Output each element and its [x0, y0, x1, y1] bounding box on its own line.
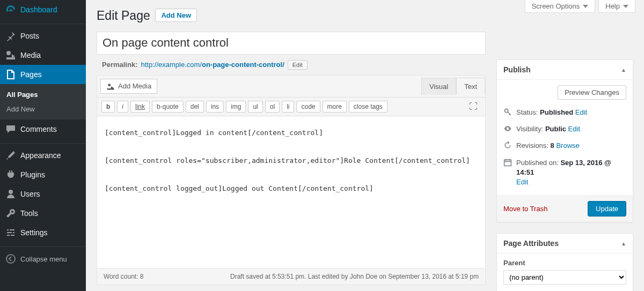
sidebar-item-settings[interactable]: Settings [0, 223, 86, 242]
content-textarea[interactable] [97, 116, 485, 266]
permalink-row: Permalink: http://example.com/on-page-co… [97, 55, 486, 75]
sidebar-label: Posts [20, 32, 39, 40]
sidebar-label: Appearance [20, 151, 61, 160]
sidebar-item-users[interactable]: Users [0, 184, 86, 204]
svg-point-1 [108, 84, 111, 86]
user-icon [5, 189, 16, 199]
tab-text[interactable]: Text [456, 78, 485, 95]
page-icon [5, 69, 16, 80]
calendar-icon [503, 158, 512, 169]
published-row: Published on: Sep 13, 2016 @ 14:51Edit [503, 155, 626, 190]
qt-link[interactable]: link [130, 101, 150, 113]
sidebar-label: Media [20, 51, 41, 59]
sidebar-label: Users [20, 190, 40, 198]
qt-li[interactable]: li [282, 101, 294, 113]
wrench-icon [5, 208, 16, 219]
sidebar-label: Comments [20, 125, 57, 133]
quicktags-toolbar: b i link b-quote del ins img ul ol li co… [97, 98, 485, 116]
submenu-all-pages[interactable]: All Pages [0, 87, 86, 102]
plugin-icon [5, 169, 16, 180]
move-to-trash-link[interactable]: Move to Trash [503, 205, 547, 213]
word-count: Word count: 8 [104, 273, 144, 280]
add-media-button[interactable]: Add Media [100, 79, 157, 94]
sidebar-label: Tools [20, 209, 38, 218]
qt-close[interactable]: close tags [349, 101, 387, 113]
revisions-row: Revisions: 8 Browse [503, 138, 626, 155]
sidebar-item-media[interactable]: Media [0, 46, 86, 65]
browse-revisions-link[interactable]: Browse [556, 141, 579, 150]
toggle-icon[interactable]: ▲ [621, 241, 626, 247]
publish-title: Publish▲ [497, 60, 633, 80]
media-icon [5, 50, 16, 61]
comment-icon [5, 124, 16, 135]
brush-icon [5, 150, 16, 161]
sidebar-item-dashboard[interactable]: Dashboard [0, 0, 86, 19]
svg-rect-3 [504, 160, 511, 166]
qt-ul[interactable]: ul [248, 101, 262, 113]
add-media-label: Add Media [118, 82, 151, 90]
backup-icon [503, 141, 512, 152]
dashboard-icon [5, 4, 16, 15]
sidebar-label: Plugins [20, 170, 45, 179]
post-title-input[interactable] [97, 32, 486, 55]
main-body: Edit Page Add New Permalink: http://exam… [86, 0, 644, 291]
permalink-label: Permalink: [102, 61, 137, 69]
preview-changes-button[interactable]: Preview Changes [558, 85, 626, 100]
toggle-icon[interactable]: ▲ [621, 67, 626, 73]
editor-box: Add Media VisualText b i link b-quote de… [97, 75, 486, 285]
add-new-button[interactable]: Add New [155, 9, 197, 22]
tab-visual[interactable]: Visual [421, 78, 456, 95]
collapse-label: Collapse menu [20, 255, 67, 263]
publish-metabox: Publish▲ Preview Changes Status: Publish… [496, 59, 633, 222]
collapse-icon [5, 253, 16, 264]
key-icon [503, 108, 512, 119]
edit-permalink-button[interactable]: Edit [288, 60, 308, 70]
eye-icon [503, 124, 512, 136]
sidebar-item-pages[interactable]: Pages [0, 65, 86, 84]
collapse-menu[interactable]: Collapse menu [0, 249, 86, 268]
sidebar-label: Dashboard [20, 5, 57, 14]
parent-label: Parent [503, 259, 626, 267]
visibility-row: Visibility: Public Edit [503, 122, 626, 138]
qt-italic[interactable]: i [117, 101, 128, 113]
pin-icon [5, 31, 16, 41]
submenu-add-new[interactable]: Add New [0, 102, 86, 116]
edit-visibility-link[interactable]: Edit [568, 125, 580, 133]
qt-ol[interactable]: ol [265, 101, 280, 113]
qt-more[interactable]: more [323, 101, 347, 113]
svg-point-0 [6, 255, 15, 263]
qt-bold[interactable]: b [101, 101, 115, 113]
qt-del[interactable]: del [186, 101, 204, 113]
edit-status-link[interactable]: Edit [575, 108, 587, 116]
page-attributes-metabox: Page Attributes▲ Parent (no parent) Orde… [496, 233, 633, 291]
media-icon [106, 82, 115, 91]
admin-sidebar: Dashboard Posts Media Pages All Pages Ad… [0, 0, 86, 291]
sidebar-label: Pages [20, 70, 42, 79]
sidebar-label: Settings [20, 228, 48, 237]
page-title: Edit Page [97, 9, 150, 23]
qt-bquote[interactable]: b-quote [152, 101, 184, 113]
qt-img[interactable]: img [226, 101, 246, 113]
fullscreen-icon[interactable]: ⛶ [466, 102, 481, 111]
sidebar-item-tools[interactable]: Tools [0, 204, 86, 223]
autosave-status: Draft saved at 5:53:51 pm. Last edited b… [230, 273, 479, 280]
qt-code[interactable]: code [296, 101, 320, 113]
editor-statusbar: Word count: 8 Draft saved at 5:53:51 pm.… [97, 268, 485, 285]
parent-select[interactable]: (no parent) [503, 270, 626, 285]
edit-date-link[interactable]: Edit [516, 178, 528, 186]
page-attributes-title: Page Attributes▲ [497, 234, 633, 253]
svg-point-2 [504, 109, 508, 112]
status-row: Status: Published Edit [503, 105, 626, 122]
settings-icon [5, 227, 16, 238]
sidebar-item-plugins[interactable]: Plugins [0, 165, 86, 184]
sidebar-item-appearance[interactable]: Appearance [0, 146, 86, 165]
sidebar-submenu-pages: All Pages Add New [0, 84, 86, 120]
update-button[interactable]: Update [588, 201, 626, 217]
sidebar-item-comments[interactable]: Comments [0, 120, 86, 139]
qt-ins[interactable]: ins [206, 101, 224, 113]
permalink-link[interactable]: http://example.com/on-page-content-contr… [141, 61, 284, 69]
sidebar-item-posts[interactable]: Posts [0, 26, 86, 46]
